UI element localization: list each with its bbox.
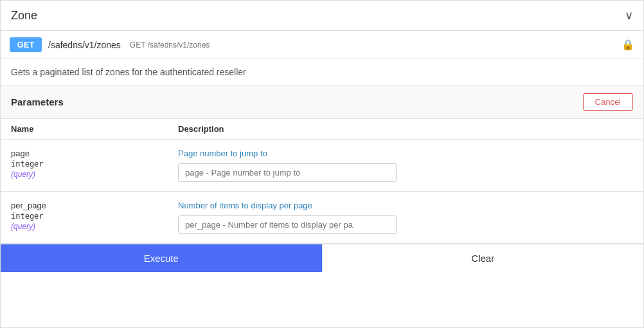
col-description-header: Description bbox=[178, 124, 633, 134]
table-header: Name Description bbox=[1, 119, 643, 140]
param-row-page: page integer (query) Page number to jump… bbox=[1, 140, 643, 192]
chevron-down-icon[interactable]: ∨ bbox=[625, 8, 633, 23]
param-input-per-page[interactable] bbox=[178, 215, 397, 234]
method-badge: GET bbox=[10, 37, 42, 52]
param-desc-text-page: Page number to jump to bbox=[178, 149, 633, 158]
api-path: /safedns/v1/zones bbox=[48, 40, 121, 50]
params-header: Parameters Cancel bbox=[1, 86, 643, 119]
api-path-label: GET /safedns/v1/zones bbox=[130, 41, 210, 50]
param-row-per-page: per_page integer (query) Number of items… bbox=[1, 192, 643, 244]
params-title: Parameters bbox=[11, 96, 64, 107]
clear-button[interactable]: Clear bbox=[322, 244, 644, 272]
param-input-page[interactable] bbox=[178, 163, 397, 182]
execute-button[interactable]: Execute bbox=[1, 244, 322, 272]
col-name-header: Name bbox=[11, 124, 178, 134]
param-desc-highlight-per-page: Number of items to display per page bbox=[178, 201, 312, 210]
param-name-per-page: per_page bbox=[11, 201, 178, 210]
param-desc-per-page: Number of items to display per page bbox=[178, 201, 633, 234]
action-bar: Execute Clear bbox=[1, 244, 643, 272]
param-desc-highlight-page: Page number to jump to bbox=[178, 149, 267, 158]
param-meta-page: page integer (query) bbox=[11, 149, 178, 179]
zone-title: Zone bbox=[11, 9, 37, 23]
params-section: Parameters Cancel Name Description page … bbox=[1, 86, 643, 244]
param-meta-per-page: per_page integer (query) bbox=[11, 201, 178, 231]
main-container: Zone ∨ GET /safedns/v1/zones GET /safedn… bbox=[0, 0, 644, 328]
api-row: GET /safedns/v1/zones GET /safedns/v1/zo… bbox=[1, 31, 643, 59]
zone-header: Zone ∨ bbox=[1, 1, 643, 31]
param-type-per-page: integer bbox=[11, 212, 178, 221]
param-location-page: (query) bbox=[11, 170, 178, 179]
param-type-page: integer bbox=[11, 159, 178, 169]
cancel-button[interactable]: Cancel bbox=[583, 93, 633, 111]
param-desc-page: Page number to jump to bbox=[178, 149, 633, 182]
api-description: Gets a paginated list of zones for the a… bbox=[1, 59, 643, 86]
lock-icon: 🔒 bbox=[622, 39, 634, 51]
param-location-per-page: (query) bbox=[11, 222, 178, 231]
param-desc-text-per-page: Number of items to display per page bbox=[178, 201, 633, 210]
param-name-page: page bbox=[11, 149, 178, 158]
